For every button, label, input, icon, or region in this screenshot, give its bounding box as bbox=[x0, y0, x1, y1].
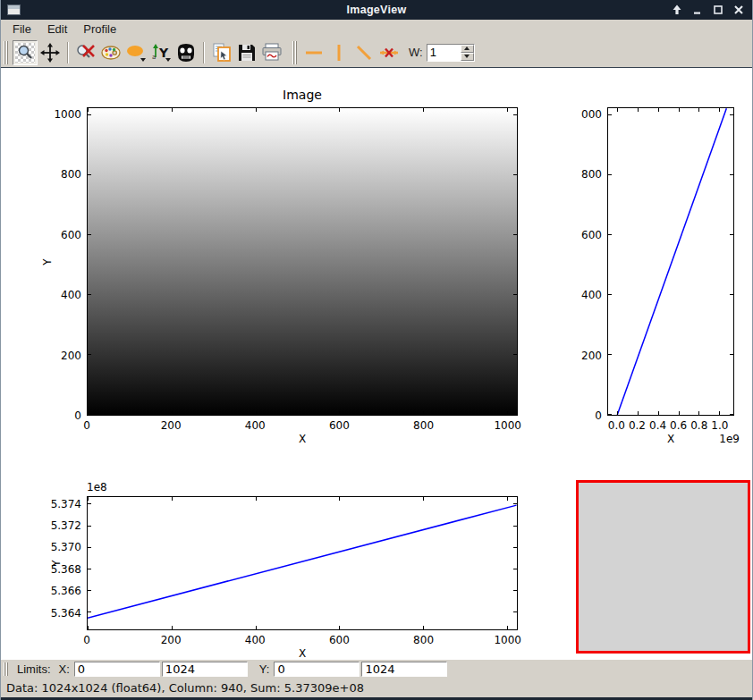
cross-profile-button[interactable] bbox=[376, 40, 402, 65]
tick-mark bbox=[638, 411, 639, 415]
tick-mark bbox=[730, 174, 733, 175]
pan-button[interactable] bbox=[38, 40, 63, 65]
minimize-button[interactable] bbox=[691, 4, 704, 16]
x-tick-label: 200 bbox=[161, 419, 182, 432]
y-tick-label: 5.372 bbox=[51, 519, 81, 532]
row-profile-plot: 0.0 0.2 0.4 0.6 0.8 1.0 0 200 400 600 80… bbox=[607, 107, 734, 416]
spin-down-icon bbox=[464, 55, 470, 58]
menu-edit[interactable]: Edit bbox=[39, 21, 75, 38]
tick-mark bbox=[513, 590, 517, 591]
diagonal-profile-button[interactable] bbox=[351, 40, 376, 65]
y-tick-label: 600 bbox=[61, 229, 81, 241]
shade-button[interactable] bbox=[671, 4, 683, 16]
x-tick-label: 800 bbox=[413, 634, 434, 646]
tick-mark bbox=[88, 497, 89, 501]
tick-mark bbox=[423, 626, 424, 629]
tick-mark bbox=[608, 174, 612, 175]
x-tick-label: 600 bbox=[329, 419, 350, 432]
gradient-image[interactable] bbox=[88, 108, 517, 415]
tick-mark bbox=[88, 626, 89, 629]
x-tick-label: 1000 bbox=[494, 634, 521, 646]
maximize-button[interactable] bbox=[712, 4, 724, 16]
x-axis-label: X bbox=[299, 647, 306, 660]
column-profile-axes[interactable] bbox=[87, 496, 518, 630]
x-tick-label: 400 bbox=[245, 419, 266, 432]
print-button[interactable] bbox=[259, 40, 284, 65]
y-tick-label: 800 bbox=[581, 168, 602, 181]
y-tick-label: 400 bbox=[581, 289, 602, 301]
tick-mark bbox=[172, 626, 173, 629]
vertical-profile-button[interactable] bbox=[326, 40, 351, 65]
copy-plot-button[interactable] bbox=[209, 40, 234, 65]
limits-label: Limits: bbox=[17, 662, 51, 676]
limits-toolbar-handle[interactable] bbox=[4, 662, 10, 676]
x-axis-label: X bbox=[299, 433, 306, 445]
save-button[interactable] bbox=[234, 40, 259, 65]
arrow-up-icon bbox=[672, 4, 682, 15]
maximize-icon bbox=[713, 4, 723, 15]
palette-button[interactable] bbox=[98, 40, 123, 65]
window-title: ImageView bbox=[1, 4, 752, 16]
tick-mark bbox=[513, 354, 517, 355]
width-input[interactable] bbox=[427, 45, 461, 61]
zoom-cancel-button[interactable] bbox=[73, 40, 98, 65]
x-min-input[interactable] bbox=[74, 662, 160, 677]
tick-mark bbox=[423, 108, 424, 112]
tick-mark bbox=[507, 626, 508, 629]
tick-mark bbox=[256, 626, 257, 629]
tick-mark bbox=[423, 497, 424, 501]
save-icon bbox=[237, 43, 257, 63]
tick-mark bbox=[513, 547, 517, 548]
close-button[interactable] bbox=[732, 4, 745, 16]
column-profile-line bbox=[88, 497, 517, 629]
zoom-button[interactable] bbox=[13, 40, 38, 65]
toolbar-handle[interactable] bbox=[292, 41, 299, 64]
image-plot-axes[interactable] bbox=[87, 107, 518, 416]
tick-mark bbox=[679, 411, 680, 415]
tick-mark bbox=[617, 411, 618, 415]
column-profile-plot: 0 200 400 600 800 1000 5.364 5.366 5.368… bbox=[87, 496, 518, 630]
x-max-input[interactable] bbox=[162, 662, 248, 677]
zoom-icon bbox=[15, 43, 35, 63]
toolbar-separator bbox=[203, 42, 205, 63]
tick-mark bbox=[730, 414, 733, 415]
row-profile-axes[interactable] bbox=[607, 107, 734, 416]
spin-down-button[interactable] bbox=[461, 53, 474, 61]
image-plot-title: Image bbox=[87, 88, 518, 102]
width-spinbox[interactable] bbox=[427, 44, 475, 62]
horizontal-profile-button[interactable] bbox=[301, 40, 326, 65]
tick-mark bbox=[719, 108, 720, 112]
tick-mark bbox=[638, 108, 639, 112]
mask-icon bbox=[175, 42, 197, 63]
y-min-input[interactable] bbox=[274, 662, 360, 677]
tick-mark bbox=[339, 626, 340, 629]
tick-mark bbox=[513, 114, 517, 115]
tick-mark bbox=[608, 294, 612, 295]
spin-up-button[interactable] bbox=[461, 45, 474, 53]
y-tick-label: 5.370 bbox=[51, 541, 81, 553]
y-tick-label: 1000 bbox=[54, 108, 81, 121]
minimize-icon bbox=[692, 4, 703, 15]
tick-mark bbox=[507, 108, 508, 112]
tick-mark bbox=[88, 569, 91, 569]
tick-mark bbox=[256, 497, 257, 501]
x-tick-label: 600 bbox=[329, 634, 350, 646]
ellipse-tool-button[interactable] bbox=[123, 40, 148, 65]
tick-mark bbox=[698, 411, 699, 415]
status-text: Data: 1024x1024 (float64), Column: 940, … bbox=[6, 681, 364, 695]
tick-mark bbox=[730, 354, 733, 355]
menu-file[interactable]: File bbox=[4, 21, 39, 38]
menu-profile[interactable]: Profile bbox=[75, 21, 124, 38]
y-max-input[interactable] bbox=[361, 662, 447, 677]
titlebar[interactable]: ImageView bbox=[1, 0, 752, 20]
tick-mark bbox=[88, 526, 91, 527]
tick-mark bbox=[730, 294, 733, 295]
spin-buttons bbox=[461, 45, 474, 61]
copy-plot-icon bbox=[211, 42, 233, 63]
toolbar-handle[interactable] bbox=[4, 41, 10, 64]
tick-mark bbox=[507, 411, 508, 415]
diagonal-profile-icon bbox=[353, 42, 375, 63]
tick-mark bbox=[88, 114, 91, 115]
mask-button[interactable] bbox=[173, 40, 199, 65]
y-scale-button[interactable]: a Y bbox=[148, 40, 173, 65]
